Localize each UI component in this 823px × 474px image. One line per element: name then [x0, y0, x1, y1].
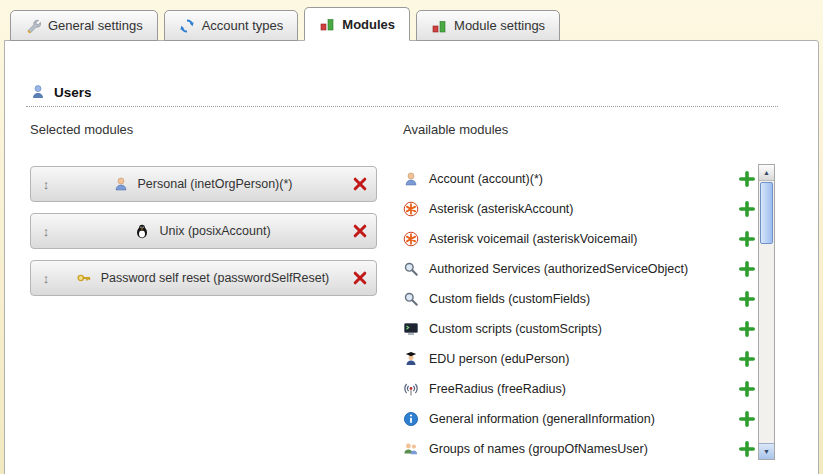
modules-icon: [319, 16, 335, 32]
available-module-row: Asterisk voicemail (asteriskVoicemail): [403, 224, 755, 254]
add-module-button[interactable]: [739, 441, 755, 457]
selected-module-row[interactable]: ↕ Unix (posixAccount): [30, 213, 377, 249]
tab-label: Modules: [342, 17, 395, 32]
available-module-row: FreeRadius (freeRadius): [403, 374, 755, 404]
tab-bar: General settings Account types Modules M…: [10, 7, 560, 41]
scroll-up-button[interactable]: ▲: [759, 165, 774, 181]
module-label: Custom fields (customFields): [429, 292, 590, 306]
add-module-button[interactable]: [739, 201, 755, 217]
scroll-up-arrow-icon: ▲: [763, 169, 770, 176]
drag-handle-icon[interactable]: ↕: [39, 177, 53, 192]
add-module-button[interactable]: [739, 321, 755, 337]
module-label: Custom scripts (customScripts): [429, 322, 602, 336]
asterisk-icon: [403, 201, 419, 217]
key-icon: [76, 270, 92, 286]
module-label: Unix (posixAccount): [159, 224, 270, 238]
available-module-row: Custom fields (customFields): [403, 284, 755, 314]
section-title: Users: [54, 85, 92, 100]
add-module-button[interactable]: [739, 231, 755, 247]
add-module-button[interactable]: [739, 381, 755, 397]
selected-modules-list: ↕ Personal (inetOrgPerson)(*) ↕ Unix (po…: [30, 166, 377, 307]
terminal-icon: [403, 321, 419, 337]
available-modules-list: Account (account)(*) Asterisk (asteriskA…: [403, 164, 755, 464]
module-label: Password self reset (passwordSelfReset): [101, 271, 330, 285]
selected-modules-heading: Selected modules: [30, 122, 133, 137]
tab-label: Module settings: [454, 18, 545, 33]
antenna-icon: [403, 381, 419, 397]
tab-account-types[interactable]: Account types: [164, 10, 299, 41]
module-label: Account (account)(*): [429, 172, 543, 186]
available-module-row: Groups of names (groupOfNamesUser): [403, 434, 755, 464]
tab-general-settings[interactable]: General settings: [10, 10, 158, 41]
sync-icon: [179, 18, 195, 34]
available-module-row: General information (generalInformation): [403, 404, 755, 434]
scrollbar[interactable]: ▲ ▼: [758, 164, 775, 460]
person-icon: [113, 176, 129, 192]
group-icon: [403, 441, 419, 457]
penguin-icon: [134, 223, 150, 239]
scrollbar-track[interactable]: [759, 245, 774, 443]
add-module-button[interactable]: [739, 351, 755, 367]
available-module-row: Account (account)(*): [403, 164, 755, 194]
module-label: FreeRadius (freeRadius): [429, 382, 566, 396]
module-entry: Password self reset (passwordSelfReset): [53, 270, 352, 286]
selected-module-row[interactable]: ↕ Personal (inetOrgPerson)(*): [30, 166, 377, 202]
scroll-down-arrow-icon: ▼: [763, 448, 770, 455]
available-modules-heading: Available modules: [403, 122, 508, 137]
module-label: EDU person (eduPerson): [429, 352, 569, 366]
add-module-button[interactable]: [739, 411, 755, 427]
add-module-button[interactable]: [739, 291, 755, 307]
module-label: Asterisk (asteriskAccount): [429, 202, 573, 216]
tab-modules[interactable]: Modules: [304, 7, 410, 41]
module-label: General information (generalInformation): [429, 412, 655, 426]
wrench-icon: [25, 18, 41, 34]
available-module-row: Asterisk (asteriskAccount): [403, 194, 755, 224]
module-label: Asterisk voicemail (asteriskVoicemail): [429, 232, 637, 246]
magnifier-icon: [403, 261, 419, 277]
tab-label: General settings: [48, 18, 143, 33]
module-label: Authorized Services (authorizedServiceOb…: [429, 262, 688, 276]
remove-module-button[interactable]: [352, 270, 368, 286]
remove-module-button[interactable]: [352, 176, 368, 192]
add-module-button[interactable]: [739, 261, 755, 277]
section-divider: [26, 106, 778, 107]
module-label: Groups of names (groupOfNamesUser): [429, 442, 648, 456]
tab-module-settings[interactable]: Module settings: [416, 10, 560, 41]
module-settings-icon: [431, 18, 447, 34]
drag-handle-icon[interactable]: ↕: [39, 224, 53, 239]
scroll-down-button[interactable]: ▼: [759, 443, 774, 459]
available-module-row: Authorized Services (authorizedServiceOb…: [403, 254, 755, 284]
module-label: Personal (inetOrgPerson)(*): [138, 177, 293, 191]
scrollbar-thumb[interactable]: [760, 182, 773, 244]
user-icon: [30, 84, 46, 100]
info-icon: [403, 411, 419, 427]
magnifier-icon: [403, 291, 419, 307]
available-module-row: Custom scripts (customScripts): [403, 314, 755, 344]
lam-configuration-page: General settings Account types Modules M…: [0, 0, 823, 474]
section-heading-users: Users: [30, 84, 92, 100]
person-icon: [403, 171, 419, 187]
remove-module-button[interactable]: [352, 223, 368, 239]
add-module-button[interactable]: [739, 171, 755, 187]
selected-module-row[interactable]: ↕ Password self reset (passwordSelfReset…: [30, 260, 377, 296]
available-module-row: EDU person (eduPerson): [403, 344, 755, 374]
tab-label: Account types: [202, 18, 284, 33]
asterisk-icon: [403, 231, 419, 247]
drag-handle-icon[interactable]: ↕: [39, 271, 53, 286]
module-entry: Unix (posixAccount): [53, 223, 352, 239]
module-entry: Personal (inetOrgPerson)(*): [53, 176, 352, 192]
graduate-icon: [403, 351, 419, 367]
